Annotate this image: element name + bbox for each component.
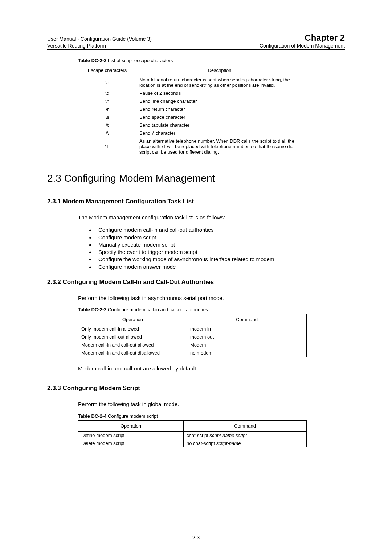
table-row: \\Send \\ character — [78, 129, 303, 137]
header-subtitle: Configuration of Modem Management — [260, 43, 345, 49]
table-row: Modem call-in and call-out allowedModem — [78, 341, 307, 349]
table-row: Modem call-in and call-out disallowedno … — [78, 349, 307, 357]
table-row: \nSend line change character — [78, 97, 303, 105]
page-header: User Manual - Configuration Guide (Volum… — [47, 33, 345, 50]
t3-h0: Operation — [78, 420, 184, 431]
t1-h1: Description — [136, 65, 303, 76]
table-row: \TAs an alternative telephone number. Wh… — [78, 137, 303, 156]
t3-h1: Command — [184, 420, 307, 431]
section-2-3-1-heading: 2.3.1 Modem Management Configuration Tas… — [47, 198, 345, 205]
table-row: \dPause of 2 seconds — [78, 89, 303, 97]
t2-h0: Operation — [78, 314, 187, 325]
section-2-3-heading: 2.3 Configuring Modem Management — [47, 173, 345, 184]
header-chapter: Chapter 2 — [305, 33, 345, 43]
section-2-3-2-outro: Modem call-in and call-out are allowed b… — [78, 365, 345, 372]
table-row: \sSend space character — [78, 113, 303, 121]
task-list: Configure modem call-in and call-out aut… — [89, 226, 345, 271]
table1-caption: Table DC-2-2 List of script escape chara… — [78, 58, 345, 63]
list-item: Manually execute modem script — [89, 241, 345, 248]
header-left-2: Versatile Routing Platform — [47, 43, 106, 49]
section-2-3-2-intro: Perform the following task in asynchrono… — [78, 295, 345, 302]
table-row: \rSend return character — [78, 105, 303, 113]
script-table: Operation Command Define modem script ch… — [78, 420, 307, 447]
table-row: Only modem call-out allowedmodem out — [78, 333, 307, 341]
page-number: 2-3 — [0, 535, 392, 540]
table3-caption: Table DC-2-4 Configure modem script — [78, 413, 345, 419]
table-row: Delete modem script no chat-script scrip… — [78, 439, 307, 447]
list-item: Configure modem answer mode — [89, 263, 345, 271]
table2-caption: Table DC-2-3 Configure modem call-in and… — [78, 307, 345, 312]
list-item: Configure modem script — [89, 234, 345, 241]
section-2-3-2-heading: 2.3.2 Configuring Modem Call-In and Call… — [47, 279, 345, 286]
section-2-3-1-intro: The Modem management configuration task … — [78, 214, 345, 221]
header-left-1: User Manual - Configuration Guide (Volum… — [47, 36, 152, 42]
t1-h0: Escape characters — [78, 65, 136, 76]
table-row: \tSend tabulate character — [78, 121, 303, 129]
section-2-3-3-heading: 2.3.3 Configuring Modem Script — [47, 385, 345, 392]
authorities-table: Operation Command Only modem call-in all… — [78, 314, 307, 357]
section-2-3-3-intro: Perform the following task in global mod… — [78, 401, 345, 408]
list-item: Configure the working mode of asynchrono… — [89, 256, 345, 263]
list-item: Configure modem call-in and call-out aut… — [89, 226, 345, 234]
table-row: Only modem call-in allowedmodem in — [78, 325, 307, 333]
table-row: \cNo additional return character is sent… — [78, 76, 303, 89]
list-item: Specify the event to trigger modem scrip… — [89, 248, 345, 256]
escape-characters-table: Escape characters Description \cNo addit… — [78, 65, 303, 156]
t2-h1: Command — [187, 314, 307, 325]
table-row: Define modem script chat-script script-n… — [78, 431, 307, 439]
